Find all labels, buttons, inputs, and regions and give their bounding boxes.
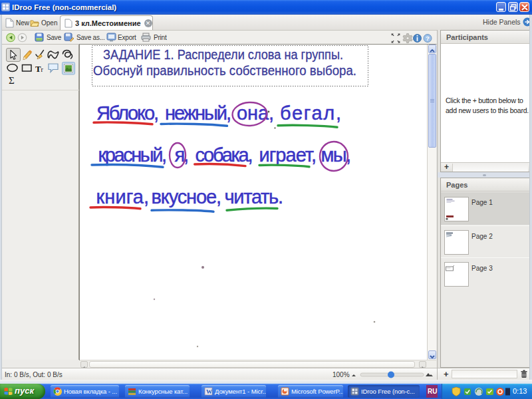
svg-text:Яблоко,: Яблоко, bbox=[96, 102, 159, 124]
svg-text:r: r bbox=[41, 66, 44, 73]
svg-text:W: W bbox=[206, 388, 212, 395]
svg-text:играет,: играет, bbox=[259, 144, 317, 166]
svg-text:Σ: Σ bbox=[9, 75, 15, 86]
svg-text:я,: я, bbox=[175, 144, 190, 166]
svg-text:ЗАДАНИЕ 1. Распредели слова на: ЗАДАНИЕ 1. Распредели слова на группы. bbox=[103, 47, 343, 62]
svg-text:?: ? bbox=[426, 35, 430, 42]
svg-text:она,: она, bbox=[237, 102, 274, 124]
svg-text:красный,: красный, bbox=[98, 144, 168, 166]
svg-text:собака,: собака, bbox=[196, 144, 253, 166]
svg-text:читать.: читать. bbox=[225, 186, 284, 207]
svg-text:нежный,: нежный, bbox=[165, 102, 231, 124]
svg-text:вкусное,: вкусное, bbox=[152, 186, 222, 207]
svg-text:Обоснуй правильность собственн: Обоснуй правильность собственного выбора… bbox=[93, 63, 356, 78]
svg-text:книга,: книга, bbox=[96, 186, 150, 207]
svg-text:бегал,: бегал, bbox=[280, 102, 341, 124]
